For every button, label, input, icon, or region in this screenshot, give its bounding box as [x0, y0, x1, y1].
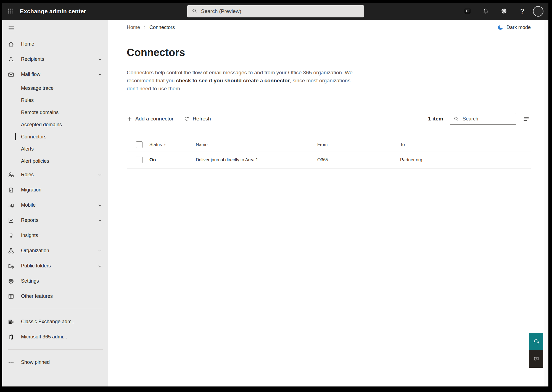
- powershell-button[interactable]: [458, 3, 477, 20]
- gear-icon: [501, 8, 507, 15]
- sidebar-item-label: Reports: [21, 217, 38, 223]
- sidebar-item-message-trace[interactable]: Message trace: [2, 82, 108, 94]
- sidebar-item-label: Show pinned: [21, 359, 50, 365]
- sidebar-item-show-pinned[interactable]: Show pinned: [2, 355, 108, 370]
- filter-icon: [523, 115, 530, 123]
- sidebar-item-roles[interactable]: Roles: [2, 167, 108, 182]
- chevron-down-icon: [97, 57, 103, 62]
- sidebar-item-label: Public folders: [21, 263, 51, 269]
- sidebar-item-remote-domains[interactable]: Remote domains: [2, 106, 108, 119]
- sidebar-item-public-folders[interactable]: Public folders: [2, 258, 108, 273]
- sidebar-item-home[interactable]: Home: [2, 36, 108, 52]
- app-launcher-button[interactable]: [2, 3, 18, 20]
- floating-buttons: [529, 333, 543, 368]
- list-search-input[interactable]: [462, 116, 513, 122]
- sidebar-item-accepted-domains[interactable]: Accepted domains: [2, 119, 108, 131]
- shell: Home Recipients Mail flow Message trace …: [2, 20, 548, 386]
- line-chart-icon: [8, 217, 21, 224]
- org-chart-icon: [8, 248, 21, 254]
- dark-mode-label: Dark mode: [506, 25, 531, 30]
- sidebar-item-label: Recipients: [21, 56, 44, 62]
- help-icon: ?: [520, 8, 524, 15]
- roles-icon: [8, 172, 21, 178]
- chevron-down-icon: [97, 202, 103, 208]
- sidebar-item-organization[interactable]: Organization: [2, 243, 108, 258]
- cell-name[interactable]: Deliver journal directly to Area 1: [193, 157, 315, 162]
- topbar-actions: ?: [458, 3, 547, 20]
- refresh-label: Refresh: [192, 116, 211, 122]
- column-header-from[interactable]: From: [315, 142, 397, 147]
- row-checkbox[interactable]: [136, 157, 142, 163]
- sidebar-item-migration[interactable]: Migration: [2, 182, 108, 198]
- moon-icon: [497, 24, 504, 31]
- sidebar-item-classic-exchange[interactable]: Classic Exchange adm...: [2, 314, 108, 329]
- page-description: Connectors help control the flow of emai…: [127, 69, 360, 93]
- page-title: Connectors: [127, 46, 531, 59]
- breadcrumb-home[interactable]: Home: [127, 25, 140, 30]
- breadcrumb-current: Connectors: [149, 25, 175, 30]
- sidebar-item-recipients[interactable]: Recipients: [2, 52, 108, 67]
- sidebar-item-mobile[interactable]: Mobile: [2, 198, 108, 213]
- account-avatar[interactable]: [533, 6, 543, 17]
- list-toolbar: Add a connector Refresh 1 item: [127, 113, 531, 125]
- chat-icon: [533, 356, 540, 362]
- folder-globe-icon: [8, 263, 21, 269]
- gear-icon: [8, 278, 21, 285]
- scrollbar[interactable]: [544, 20, 548, 386]
- sidebar-item-rules[interactable]: Rules: [2, 94, 108, 106]
- column-header-name[interactable]: Name: [193, 142, 315, 147]
- notifications-button[interactable]: [477, 3, 495, 20]
- chevron-down-icon: [97, 218, 103, 223]
- list-search-box[interactable]: [450, 113, 516, 125]
- sidebar-item-label: Accepted domains: [21, 122, 62, 128]
- support-button[interactable]: [529, 333, 543, 350]
- add-connector-button[interactable]: Add a connector: [127, 116, 173, 122]
- global-search-input[interactable]: [200, 8, 360, 15]
- global-search-box[interactable]: [187, 5, 364, 17]
- sidebar-item-label: Home: [21, 41, 34, 47]
- column-header-to[interactable]: To: [397, 142, 531, 147]
- lightbulb-icon: [8, 232, 21, 239]
- dark-mode-toggle[interactable]: Dark mode: [497, 24, 531, 31]
- sidebar-item-other-features[interactable]: Other features: [2, 289, 108, 304]
- mail-icon: [8, 71, 21, 78]
- sidebar-item-reports[interactable]: Reports: [2, 213, 108, 228]
- sidebar-item-alert-policies[interactable]: Alert policies: [2, 155, 108, 167]
- sidebar-item-label: Alerts: [21, 146, 34, 152]
- table-row[interactable]: On Deliver journal directly to Area 1 O3…: [127, 151, 531, 169]
- main-content: Home Connectors Dark mode Connectors Con…: [108, 20, 548, 386]
- migration-icon: [8, 187, 21, 193]
- collapse-nav-button[interactable]: [2, 23, 108, 35]
- column-header-status[interactable]: Status ↑: [147, 142, 193, 147]
- select-all-checkbox[interactable]: [136, 141, 142, 148]
- chevron-up-icon: [97, 72, 103, 77]
- table-header-row: Status ↑ Name From To: [127, 138, 531, 151]
- refresh-button[interactable]: Refresh: [184, 116, 211, 122]
- sidebar-item-connectors[interactable]: Connectors: [2, 131, 108, 143]
- terminal-icon: [464, 8, 471, 15]
- sidebar-item-mail-flow[interactable]: Mail flow: [2, 67, 108, 82]
- sidebar-item-label: Mobile: [21, 202, 36, 208]
- office-logo-icon: [8, 334, 21, 340]
- sidebar-item-label: Settings: [21, 278, 39, 284]
- content-divider: [127, 109, 531, 109]
- sidebar-item-microsoft-365-admin[interactable]: Microsoft 365 admi...: [2, 329, 108, 344]
- help-button[interactable]: ?: [513, 3, 531, 20]
- description-link[interactable]: check to see if you should create a conn…: [176, 78, 290, 83]
- filter-button[interactable]: [522, 115, 531, 123]
- settings-button[interactable]: [495, 3, 513, 20]
- sidebar-item-label: Mail flow: [21, 72, 40, 77]
- sidebar-item-label: Remote domains: [21, 110, 59, 115]
- sidebar-item-settings[interactable]: Settings: [2, 273, 108, 289]
- sidebar-item-label: Other features: [21, 293, 53, 299]
- sidebar-divider: [8, 349, 103, 350]
- connectors-table: Status ↑ Name From To On Deliver journal…: [127, 138, 531, 169]
- sidebar-item-label: Classic Exchange adm...: [21, 319, 76, 325]
- sidebar-item-label: Message trace: [21, 85, 54, 91]
- chevron-down-icon: [97, 172, 103, 178]
- sidebar-item-insights[interactable]: Insights: [2, 228, 108, 243]
- feedback-button[interactable]: [529, 350, 543, 368]
- sidebar-item-alerts[interactable]: Alerts: [2, 143, 108, 155]
- sort-ascending-icon: ↑: [164, 142, 166, 147]
- hamburger-icon: [8, 25, 15, 32]
